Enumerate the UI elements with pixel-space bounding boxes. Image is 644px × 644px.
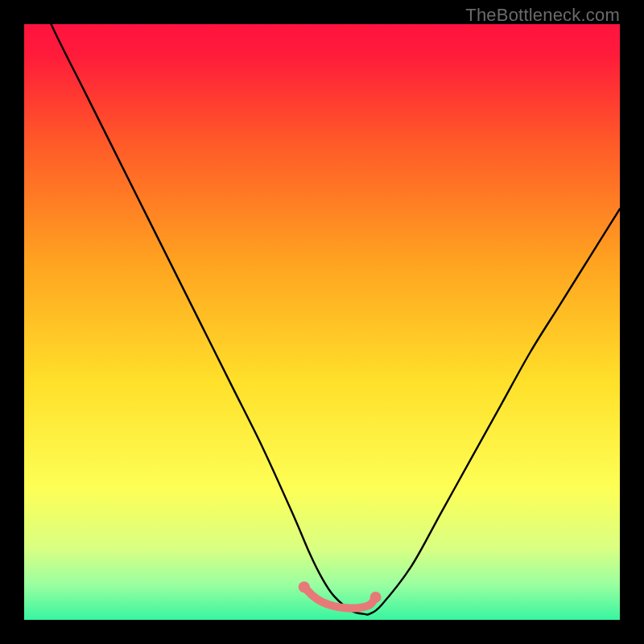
plot-area: [24, 24, 620, 620]
chart-frame: TheBottleneck.com: [0, 0, 644, 644]
watermark-text: TheBottleneck.com: [465, 5, 620, 26]
curve-layer: [24, 24, 620, 620]
endpoint-dot: [299, 581, 310, 592]
endpoint-dot: [370, 592, 382, 603]
optimal-range-marker: [304, 587, 376, 608]
bottleneck-curve: [24, 24, 620, 615]
